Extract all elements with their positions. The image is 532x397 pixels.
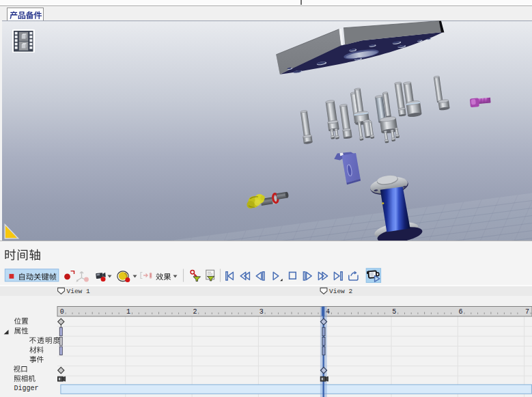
svg-text:Digger: Digger (14, 385, 39, 392)
svg-text:1: 1 (126, 308, 130, 316)
svg-text:6: 6 (459, 308, 463, 316)
svg-text:View 2: View 2 (329, 288, 353, 295)
svg-text:2: 2 (193, 308, 197, 316)
svg-text:3: 3 (260, 308, 264, 316)
svg-text:7: 7 (525, 308, 529, 316)
svg-text:5: 5 (392, 308, 396, 316)
svg-text:View 1: View 1 (67, 288, 91, 295)
svg-text:0: 0 (60, 308, 64, 316)
